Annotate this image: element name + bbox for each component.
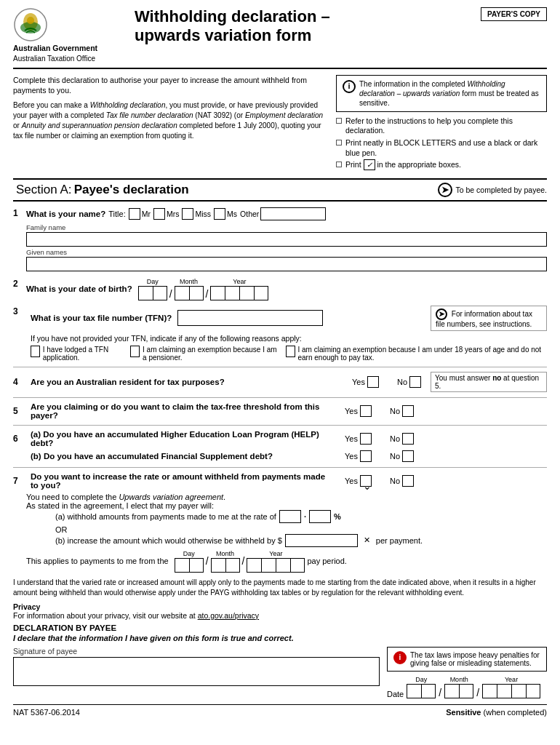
dob-month-cell1[interactable]: [175, 286, 189, 300]
divider-1: [13, 367, 547, 367]
period-day-2[interactable]: [189, 558, 204, 573]
q6a-yn: Yes No: [345, 433, 547, 445]
declaration-section: DECLARATION BY PAYEE I declare that the …: [13, 624, 547, 642]
q6b-label: (b) Do you have an accumulated Financial…: [31, 452, 335, 461]
bullet-icon-2: [336, 140, 342, 146]
arrow-circle-icon: ➤: [438, 183, 452, 197]
period-month-1[interactable]: [211, 558, 225, 573]
dob-year-cell2[interactable]: [225, 286, 239, 300]
exempt-box-1[interactable]: [31, 346, 40, 357]
q7-no-box[interactable]: [402, 475, 414, 487]
q6a-row: 6 (a) Do you have an accumulated Higher …: [13, 430, 547, 447]
dob-month-cell2[interactable]: [189, 286, 204, 300]
q5-yes-option: Yes: [345, 405, 372, 417]
q7-or: OR: [55, 525, 547, 534]
title-ms-option: Ms: [214, 208, 237, 220]
sig-day-2[interactable]: [421, 684, 436, 698]
tfn-input[interactable]: [177, 310, 323, 326]
q7-no-option: No: [390, 475, 414, 487]
q4-no-box[interactable]: [409, 376, 421, 388]
q6a-yes-box[interactable]: [360, 433, 372, 445]
sensitive-info-box: i The information in the completed Withh…: [336, 75, 547, 112]
period-day-1[interactable]: [175, 558, 189, 573]
q1-number: 1: [13, 207, 26, 218]
dob-year-cell3[interactable]: [239, 286, 254, 300]
sig-year-1[interactable]: [482, 684, 497, 698]
bullet-item-1: Refer to the instructions to help you co…: [336, 116, 547, 136]
sig-year-4[interactable]: [526, 684, 540, 698]
sig-year-2[interactable]: [497, 684, 511, 698]
declaration-title: DECLARATION BY PAYEE: [13, 624, 547, 632]
q7-question-row: 7 Do you want to increase the rate or am…: [13, 472, 547, 490]
name-title-row: What is your name? Title: Mr Mrs Miss: [26, 207, 547, 220]
divider-3: [13, 425, 547, 426]
dob-day-group: Day: [138, 278, 167, 300]
title-miss-box[interactable]: [182, 208, 193, 220]
period-year-3[interactable]: [276, 558, 290, 573]
q4-yes-box[interactable]: [367, 376, 379, 388]
q5-yes-box[interactable]: [360, 405, 372, 417]
intro-para1: Complete this declaration to authorise y…: [13, 75, 327, 96]
q5-no-box[interactable]: [402, 405, 414, 417]
section-a-title: Section A: Payee's declaration: [16, 183, 189, 197]
q1-row: 1 What is your name? Title: Mr Mrs: [13, 207, 547, 273]
sig-month-2[interactable]: [459, 684, 473, 698]
section-a-header: Section A: Payee's declaration ➤ To be c…: [13, 178, 547, 202]
q5-number: 5: [13, 405, 26, 416]
q6b-yes-box[interactable]: [360, 450, 372, 462]
q6a-label: (a) Do you have an accumulated Higher Ed…: [31, 430, 335, 447]
q7-sub1: You need to complete the Upwards variati…: [26, 493, 547, 501]
q7-number: 7: [13, 475, 26, 486]
period-month-2[interactable]: [225, 558, 240, 573]
q6b-no-option: No: [390, 450, 414, 462]
q7-yes-box[interactable]: ⌄: [360, 475, 372, 487]
penalty-box: i The tax laws impose heavy penalties fo…: [387, 647, 547, 672]
tfn-exemptions: I have lodged a TFN application. I am cl…: [31, 346, 547, 362]
dob-day-cell2[interactable]: [153, 286, 167, 300]
title-mr-box[interactable]: [129, 208, 140, 220]
period-year-1[interactable]: [247, 558, 261, 573]
given-names-input[interactable]: [26, 257, 547, 271]
rate-whole-input[interactable]: [279, 510, 301, 523]
bullet-item-2: Print neatly in BLOCK LETTERS and use a …: [336, 138, 547, 158]
rate-decimal-input[interactable]: [309, 510, 331, 523]
sig-label: Signature of payee: [13, 647, 380, 656]
instruction-bullets: Refer to the instructions to help you co…: [336, 116, 547, 170]
amount-input[interactable]: [285, 534, 358, 547]
exempt-box-2[interactable]: [130, 346, 140, 357]
header: Australian Government Australian Taxatio…: [13, 7, 547, 69]
q5-row: 5 Are you claiming or do you want to cla…: [13, 402, 547, 420]
dob-year-cell1[interactable]: [210, 286, 225, 300]
q6a-no-box[interactable]: [402, 433, 414, 445]
dob-year-cell4[interactable]: [254, 286, 268, 300]
intro-left: Complete this declaration to authorise y…: [13, 75, 327, 172]
q7-rate-row: (a) withhold amounts from payments made …: [55, 510, 547, 523]
period-year-2[interactable]: [261, 558, 276, 573]
privacy-url: ato.gov.au/privacy: [198, 611, 259, 620]
bullet-icon-1: [336, 118, 342, 124]
footer-sensitive: Sensitive (when completed): [446, 708, 547, 717]
title-mrs-box[interactable]: [153, 208, 165, 220]
period-year-4[interactable]: [290, 558, 305, 573]
dob-day-cell1[interactable]: [138, 286, 153, 300]
q7-amount-row: (b) increase the amount which would othe…: [55, 534, 547, 547]
sig-box[interactable]: [13, 657, 380, 686]
family-name-input[interactable]: [26, 232, 547, 247]
q2-number: 2: [13, 278, 26, 289]
sig-day-1[interactable]: [407, 684, 421, 698]
q3-content: What is your tax file number (TFN)? ➤ Fo…: [31, 306, 547, 362]
title-other-input[interactable]: [260, 207, 326, 220]
sig-month-1[interactable]: [444, 684, 459, 698]
sig-date-row: Date Day / Month /: [387, 676, 547, 698]
tfn-note-arrow: ➤: [436, 308, 447, 320]
period-day-group: Day: [175, 550, 204, 573]
dob-month-group: Month: [175, 278, 204, 300]
title-ms-box[interactable]: [214, 208, 225, 220]
q6-row: 6 (a) Do you have an accumulated Higher …: [13, 430, 547, 462]
period-month-group: Month: [211, 550, 240, 573]
divider-4: [13, 467, 547, 468]
q6b-no-box[interactable]: [402, 450, 414, 462]
exempt-box-3[interactable]: [286, 346, 295, 357]
sig-year-3[interactable]: [511, 684, 526, 698]
privacy-title: Privacy: [13, 602, 40, 611]
